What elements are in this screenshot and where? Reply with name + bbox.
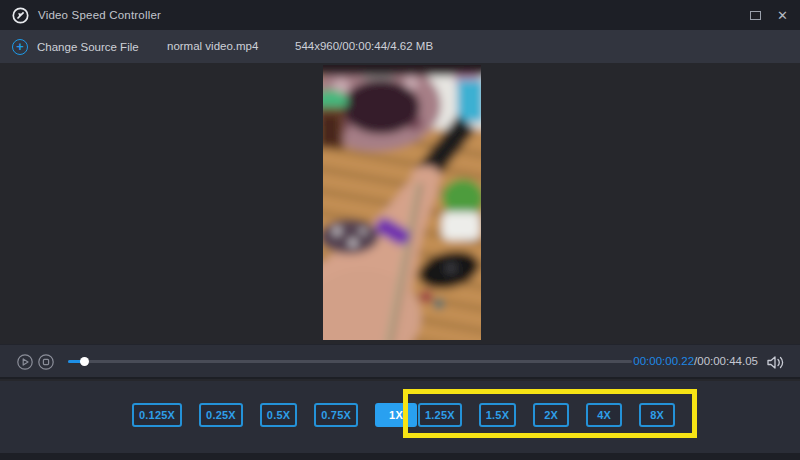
- speed-panel: 0.125X 0.25X 0.5X 0.75X 1X 1.25X 1.5X 2X…: [0, 381, 800, 453]
- play-icon[interactable]: [17, 354, 33, 370]
- speed-button-075x[interactable]: 0.75X: [314, 403, 358, 427]
- speed-button-4x[interactable]: 4X: [586, 403, 622, 427]
- playback-bar: 00:00:00.22/00:00:44.05: [0, 344, 800, 379]
- video-stage: [0, 63, 800, 344]
- toolbar: + Change Source File normal video.mp4 54…: [0, 30, 800, 63]
- speed-button-05x[interactable]: 0.5X: [260, 403, 297, 427]
- window-controls: ✕: [750, 9, 788, 22]
- close-icon[interactable]: ✕: [777, 9, 788, 22]
- highlight-annotation-box: 1.25X 1.5X 2X 4X 8X: [403, 389, 697, 438]
- volume-icon[interactable]: [766, 354, 785, 371]
- speed-button-8x[interactable]: 8X: [639, 403, 675, 427]
- speed-button-125x[interactable]: 1.25X: [418, 403, 462, 427]
- current-time: 00:00:00.22: [633, 355, 694, 367]
- time-display: 00:00:00.22/00:00:44.05: [633, 355, 758, 367]
- video-frame: [323, 65, 481, 340]
- change-source-button[interactable]: + Change Source File: [12, 30, 139, 63]
- video-preview-image: [323, 65, 481, 340]
- window-title: Video Speed Controller: [38, 9, 161, 21]
- stop-icon[interactable]: [38, 354, 54, 370]
- speed-button-2x[interactable]: 2X: [533, 403, 569, 427]
- app-logo-icon: [12, 7, 29, 24]
- change-source-label: Change Source File: [37, 41, 139, 53]
- speed-buttons-row: 0.125X 0.25X 0.5X 0.75X 1X: [132, 403, 417, 427]
- speed-button-025x[interactable]: 0.25X: [199, 403, 243, 427]
- speed-button-0125x[interactable]: 0.125X: [132, 403, 182, 427]
- speed-button-15x[interactable]: 1.5X: [479, 403, 516, 427]
- bottom-strip: [0, 453, 800, 460]
- total-time: /00:00:44.05: [694, 355, 758, 367]
- maximize-icon[interactable]: [750, 11, 761, 20]
- progress-slider[interactable]: [68, 360, 632, 363]
- loaded-filename: normal video.mp4: [167, 40, 258, 52]
- app-window: Video Speed Controller ✕ + Change Source…: [0, 0, 800, 460]
- progress-thumb[interactable]: [80, 357, 89, 366]
- file-info: 544x960/00:00:44/4.62 MB: [295, 40, 433, 52]
- window-titlebar: Video Speed Controller ✕: [0, 0, 800, 30]
- plus-icon: +: [12, 39, 28, 55]
